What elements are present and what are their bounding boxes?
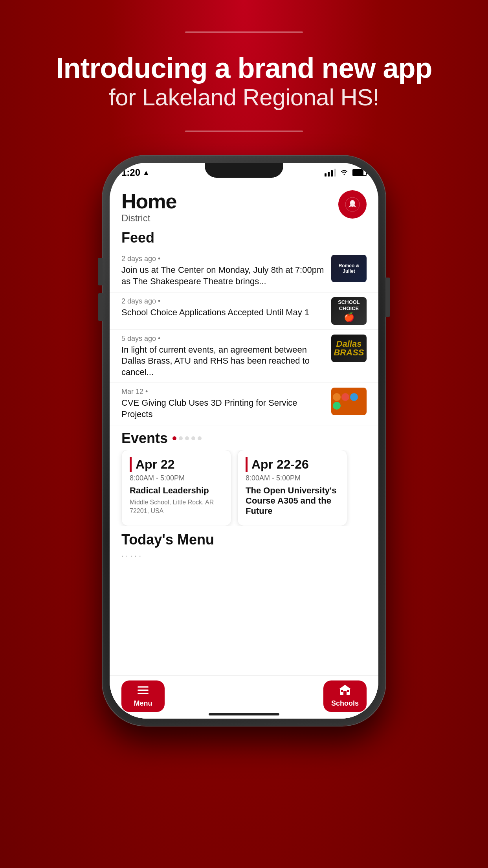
feed-section-title: Feed — [110, 228, 378, 250]
feed-item-text: 5 days ago • In light of current events,… — [121, 335, 325, 378]
events-scroll-container[interactable]: Apr 22 8:00AM - 5:00PM Radical Leadershi… — [110, 450, 378, 526]
feed-item[interactable]: 2 days ago • School Choice Applications … — [110, 292, 378, 330]
bottom-decorative-line — [185, 131, 303, 132]
phone-screen: 1:20 ▲ — [110, 163, 378, 719]
svg-rect-3 — [138, 690, 149, 691]
power-button — [385, 278, 390, 317]
feed-item-meta: 5 days ago • — [121, 335, 325, 343]
schools-icon — [339, 685, 350, 698]
menu-section-title: Today's Menu — [110, 526, 378, 551]
app-home-title: Home — [121, 190, 176, 213]
app-title-group: Home District — [121, 190, 176, 224]
feed-item-thumbnail — [331, 388, 367, 415]
header-title-line2: for Lakeland Regional HS! — [56, 84, 432, 111]
avatar[interactable] — [338, 190, 367, 219]
event-date: Apr 22-26 — [246, 457, 339, 472]
feed-item-text: 2 days ago • Join us at The Center on Mo… — [121, 255, 325, 287]
pagination-dot — [179, 436, 183, 440]
header-title-line1: Introducing a brand new app — [56, 53, 432, 84]
event-card[interactable]: Apr 22-26 8:00AM - 5:00PM The Open Unive… — [237, 450, 347, 526]
app-header: Home District — [110, 182, 378, 228]
event-name: Radical Leadership — [130, 485, 223, 496]
svg-point-1 — [351, 201, 354, 203]
pagination-dot — [185, 436, 189, 440]
events-pagination-dots — [172, 436, 202, 440]
battery-icon — [352, 169, 367, 176]
app-home-subtitle: District — [121, 213, 176, 224]
feed-item[interactable]: 5 days ago • In light of current events,… — [110, 330, 378, 383]
svg-rect-2 — [138, 686, 149, 688]
pagination-dot — [191, 436, 195, 440]
menu-nav-label: Menu — [134, 699, 152, 708]
bottom-navigation: Menu Schools — [110, 675, 378, 719]
event-location: Middle School, Little Rock, AR 72201, US… — [130, 498, 223, 516]
home-indicator — [209, 713, 279, 715]
feed-item-headline: In light of current events, an agreement… — [121, 344, 325, 378]
feed-item-meta: 2 days ago • — [121, 255, 325, 263]
phone-mockup: 1:20 ▲ — [103, 156, 385, 726]
wifi-icon — [340, 167, 349, 178]
status-icons — [325, 167, 367, 178]
volume-down-button — [98, 293, 103, 321]
event-card[interactable]: Apr 22 8:00AM - 5:00PM Radical Leadershi… — [121, 450, 231, 526]
feed-item-headline: School Choice Applications Accepted Unti… — [121, 307, 325, 318]
feed-item-meta: Mar 12 • — [121, 388, 325, 396]
event-date: Apr 22 — [130, 457, 223, 472]
feed-item-headline: CVE Giving Club Uses 3D Printing for Ser… — [121, 397, 325, 420]
feed-item[interactable]: Mar 12 • CVE Giving Club Uses 3D Printin… — [110, 383, 378, 425]
status-time: 1:20 ▲ — [121, 167, 150, 178]
menu-preview-text: · · · · · — [110, 551, 378, 560]
feed-item-meta: 2 days ago • — [121, 297, 325, 305]
header-section: Introducing a brand new app for Lakeland… — [56, 53, 432, 111]
pagination-dot-active — [172, 436, 176, 440]
feed-item-text: Mar 12 • CVE Giving Club Uses 3D Printin… — [121, 388, 325, 420]
feed-item-thumbnail: SCHOOLCHOICE 🍎 — [331, 297, 367, 325]
location-icon: ▲ — [143, 169, 150, 177]
events-section-title: Events — [121, 430, 168, 447]
feed-item-thumbnail: DallasBRASS — [331, 335, 367, 362]
top-decorative-line — [185, 31, 303, 33]
signal-bars-icon — [325, 169, 336, 177]
schools-nav-button[interactable]: Schools — [323, 680, 367, 712]
svg-rect-9 — [347, 690, 349, 692]
notch — [205, 163, 283, 178]
feed-item-text: 2 days ago • School Choice Applications … — [121, 297, 325, 318]
event-name: The Open University's Course A305 and th… — [246, 485, 339, 516]
menu-nav-button[interactable]: Menu — [121, 680, 165, 712]
volume-up-button — [98, 258, 103, 285]
pagination-dot — [198, 436, 202, 440]
app-content: Home District Feed 2 days ago • Join — [110, 182, 378, 719]
events-section-header: Events — [110, 425, 378, 450]
svg-rect-8 — [341, 690, 343, 692]
svg-rect-4 — [138, 693, 149, 694]
svg-rect-7 — [343, 691, 347, 695]
feed-item-headline: Join us at The Center on Monday, July 8t… — [121, 265, 325, 287]
schools-nav-label: Schools — [331, 699, 359, 708]
menu-icon — [138, 685, 149, 698]
event-time: 8:00AM - 5:00PM — [130, 474, 223, 482]
event-time: 8:00AM - 5:00PM — [246, 474, 339, 482]
feed-item[interactable]: 2 days ago • Join us at The Center on Mo… — [110, 250, 378, 292]
svg-marker-6 — [339, 685, 350, 689]
feed-item-thumbnail: Romeo & Juliet — [331, 255, 367, 282]
